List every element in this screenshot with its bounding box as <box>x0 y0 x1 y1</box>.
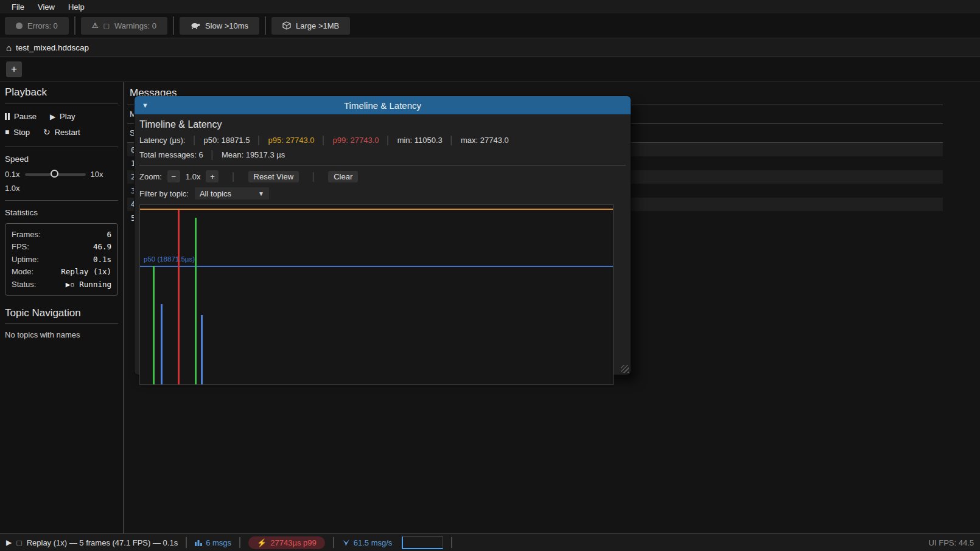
toolbar-separator <box>74 16 75 35</box>
control-separator: │ <box>231 172 236 181</box>
stat-value: Replay (1x) <box>61 267 111 276</box>
stat-row-fps: FPS: 46.9 <box>12 241 111 254</box>
topic-filter-dropdown[interactable]: All topics ▼ <box>195 187 269 199</box>
restart-button[interactable]: ↻ Restart <box>43 127 80 137</box>
lightning-icon: ⚡ <box>257 538 267 547</box>
zoom-out-button[interactable]: − <box>167 170 180 182</box>
menu-view[interactable]: View <box>31 2 61 12</box>
panel-divider <box>139 165 626 165</box>
zoom-in-button[interactable]: + <box>206 170 219 182</box>
square-outline-icon: ▢ <box>16 539 22 547</box>
throughput-text: 61.5 msg/s <box>354 538 393 547</box>
stop-button[interactable]: ■ Stop <box>5 127 30 137</box>
slow-filter-button[interactable]: Slow >10ms <box>180 17 259 35</box>
speed-label: Speed <box>5 154 118 164</box>
clear-button[interactable]: Clear <box>328 171 358 182</box>
latency-p50: p50: 18871.5 <box>204 136 250 145</box>
status-separator <box>451 537 452 548</box>
stat-row-status: Status: ▶▫ Running <box>12 278 111 291</box>
play-button[interactable]: ▶ Play <box>50 112 75 121</box>
panel-title-text: Timeline & Latency <box>344 100 421 111</box>
bar-chart-icon <box>195 539 202 546</box>
errors-label: Errors: 0 <box>27 21 58 30</box>
latency-bar <box>195 218 197 384</box>
panel-body: Timeline & Latency Latency (µs): │ p50: … <box>135 114 631 387</box>
stat-label: Status: <box>12 280 36 289</box>
rate-bird-icon <box>342 539 350 547</box>
speed-slider-thumb[interactable] <box>51 170 58 178</box>
speed-current-value: 1.0x <box>5 184 118 193</box>
pause-icon <box>5 113 10 120</box>
play-label: Play <box>60 112 75 121</box>
status-separator <box>186 537 187 548</box>
panel-resize-handle[interactable] <box>621 365 629 373</box>
home-icon: ⌂ <box>6 43 12 53</box>
slow-label: Slow >10ms <box>205 21 248 30</box>
pause-button[interactable]: Pause <box>5 112 37 121</box>
totals-row: Total messages: 6 │ Mean: 19517.3 µs <box>139 150 626 159</box>
error-circle-icon <box>16 23 23 29</box>
restart-icon: ↻ <box>43 127 51 137</box>
restart-label: Restart <box>55 128 80 137</box>
tab-bar: ⌂ test_mixed.hddscap <box>0 38 980 57</box>
mean-latency: Mean: 19517.3 µs <box>222 150 285 159</box>
latency-chart[interactable]: p50 (18871.5µs) <box>139 204 614 385</box>
stat-label: FPS: <box>12 242 29 251</box>
p50-latency-line <box>140 266 613 267</box>
panel-add-row: + <box>0 57 980 81</box>
p99-latency-badge: ⚡ 27743µs p99 <box>248 536 325 549</box>
latency-bar <box>201 315 203 384</box>
statistics-box: Frames: 6 FPS: 46.9 Uptime: 0.1s Mode: R… <box>5 223 118 296</box>
zoom-controls-row: Zoom: − 1.0x + │ Reset View │ Clear <box>139 170 626 182</box>
total-messages: Total messages: 6 <box>139 150 203 159</box>
panel-titlebar[interactable]: ▼ Timeline & Latency <box>135 96 631 114</box>
status-bar: ▶ ▢ Replay (1x) — 5 frames (47.1 FPS) — … <box>0 533 980 551</box>
topic-navigation-heading: Topic Navigation <box>5 305 118 324</box>
speed-slider[interactable] <box>25 173 86 176</box>
stat-separator: │ <box>449 136 454 145</box>
stat-value: 6 <box>107 230 111 239</box>
stat-separator: │ <box>192 136 197 145</box>
chevron-down-icon: ▼ <box>258 190 264 197</box>
latency-p95: p95: 27743.0 <box>268 136 315 145</box>
package-icon <box>282 21 291 30</box>
menu-file[interactable]: File <box>5 2 31 12</box>
turtle-icon <box>191 22 200 29</box>
stat-label: Mode: <box>12 267 33 276</box>
statistics-label: Statistics <box>5 208 118 217</box>
topic-filter-value: All topics <box>200 189 231 198</box>
replay-status-text: Replay (1x) — 5 frames (47.1 FPS) — 0.1s <box>27 538 178 547</box>
status-separator <box>239 537 240 548</box>
stop-label: Stop <box>13 128 30 137</box>
square-outline-icon: ▢ <box>103 22 110 30</box>
collapse-arrow-icon[interactable]: ▼ <box>142 102 149 109</box>
latency-bar <box>161 304 163 384</box>
replay-status: ▶ ▢ Replay (1x) — 5 frames (47.1 FPS) — … <box>6 538 178 547</box>
playback-heading: Playback <box>5 85 118 103</box>
menu-help[interactable]: Help <box>61 2 91 12</box>
stat-value: 0.1s <box>93 255 111 264</box>
latency-bar <box>178 210 180 384</box>
stat-label: Frames: <box>12 230 41 239</box>
latency-min: min: 11050.3 <box>397 136 443 145</box>
speed-max-label: 10x <box>91 170 103 179</box>
throughput-status: 61.5 msg/s <box>342 536 444 549</box>
pause-label: Pause <box>14 112 37 121</box>
p99-latency-text: 27743µs p99 <box>270 538 316 547</box>
warnings-button[interactable]: ⚠ ▢ Warnings: 0 <box>81 17 167 35</box>
tab-filename[interactable]: test_mixed.hddscap <box>16 43 89 52</box>
zoom-level-value: 1.0x <box>186 172 201 181</box>
large-filter-button[interactable]: Large >1MB <box>271 17 350 35</box>
latency-max: max: 27743.0 <box>461 136 509 145</box>
speed-min-label: 0.1x <box>5 170 20 179</box>
add-panel-button[interactable]: + <box>6 61 22 77</box>
stat-label: Uptime: <box>12 255 39 264</box>
ui-fps-status: UI FPS: 44.5 <box>929 538 974 547</box>
stat-row-uptime: Uptime: 0.1s <box>12 253 111 266</box>
p50-line-label: p50 (18871.5µs) <box>144 255 195 263</box>
latency-label: Latency (µs): <box>139 136 185 145</box>
stat-separator: │ <box>210 150 215 159</box>
play-icon: ▶ <box>50 113 55 121</box>
reset-view-button[interactable]: Reset View <box>248 171 299 182</box>
errors-button[interactable]: Errors: 0 <box>5 17 69 35</box>
